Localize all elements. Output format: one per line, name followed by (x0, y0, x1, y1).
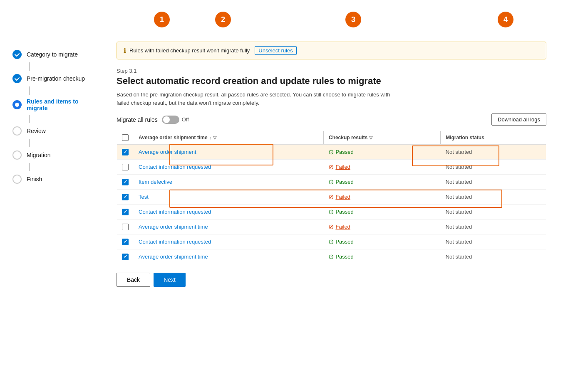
sidebar-item-migration[interactable]: Migration (12, 150, 100, 160)
toolbar-row: Migrate all rules Off Download all logs (117, 113, 546, 126)
migration-status-cell: Not started (441, 219, 546, 234)
rule-name[interactable]: Average order shipment time (139, 254, 208, 260)
th-name: Average order shipment time ↑ ▽ (134, 131, 323, 145)
migration-status-cell: Not started (441, 190, 546, 205)
passed-icon: ⊙ (328, 178, 334, 186)
sidebar-label-finish: Finish (27, 176, 42, 182)
rule-name[interactable]: Contact information requested (139, 209, 211, 215)
row-checkbox[interactable] (122, 239, 129, 245)
failed-link[interactable]: Failed (335, 164, 350, 170)
unselect-rules-link[interactable]: Unselect rules (255, 46, 296, 55)
callout-1: 1 (154, 12, 170, 27)
sidebar-icon-active (12, 100, 22, 109)
back-button[interactable]: Back (117, 273, 150, 287)
migration-status-cell: Not started (441, 145, 546, 160)
failed-icon: ⊘ (328, 193, 334, 201)
passed-icon: ⊙ (328, 148, 334, 156)
table-row: Contact information requested⊘ FailedNot… (117, 160, 546, 175)
status-failed: ⊘ Failed (328, 163, 435, 171)
sidebar-item-finish[interactable]: Finish (12, 175, 100, 184)
sidebar-label-premigration: Pre-migration checkup (27, 75, 85, 82)
failed-icon: ⊘ (328, 163, 334, 171)
warning-banner: ℹ Rules with failed checkup result won't… (117, 42, 546, 59)
rule-name[interactable]: Item defective (139, 179, 172, 185)
toggle-track[interactable] (162, 116, 179, 124)
migration-status-cell: Not started (441, 175, 546, 190)
rule-name[interactable]: Average order shipment time (139, 224, 208, 230)
table-row: Average order shipment time⊘ FailedNot s… (117, 219, 546, 234)
sidebar-label-category: Category to migrate (27, 51, 78, 58)
sidebar-item-rules[interactable]: Rules and items to migrate (12, 98, 100, 111)
failed-link[interactable]: Failed (335, 194, 350, 200)
table-row: Contact information requested⊙ PassedNot… (117, 205, 546, 219)
rule-name[interactable]: Average order shipment (139, 149, 196, 155)
sidebar-item-premigration[interactable]: Pre-migration checkup (12, 74, 100, 83)
status-passed: ⊙ Passed (328, 208, 435, 216)
callout-3: 3 (345, 12, 361, 27)
main-content: ℹ Rules with failed checkup result won't… (108, 0, 563, 392)
filter-icon-name[interactable]: ▽ (213, 135, 216, 141)
sidebar: Category to migrate Pre-migration checku… (0, 0, 108, 392)
download-all-logs-button[interactable]: Download all logs (491, 113, 546, 126)
toggle-switch[interactable]: Off (162, 116, 189, 124)
migration-status-cell: Not started (441, 234, 546, 249)
table-row: Contact information requested⊙ PassedNot… (117, 234, 546, 249)
passed-icon: ⊙ (328, 253, 334, 261)
table-row: Average order shipment⊙ PassedNot starte… (117, 145, 546, 160)
step-description: Based on the pre-migration checkup resul… (117, 91, 399, 107)
status-passed: ⊙ Passed (328, 148, 435, 156)
sidebar-icon-inactive-review (12, 126, 22, 136)
table-row: Item defective⊙ PassedNot started (117, 175, 546, 190)
footer-buttons: Back Next (117, 273, 546, 287)
row-checkbox[interactable] (122, 224, 129, 230)
row-checkbox[interactable] (122, 164, 129, 170)
next-button[interactable]: Next (154, 273, 186, 287)
rule-name[interactable]: Contact information requested (139, 164, 211, 170)
row-checkbox[interactable] (122, 149, 129, 155)
rule-name[interactable]: Test (139, 194, 149, 200)
callout-2: 2 (215, 12, 231, 27)
failed-icon: ⊘ (328, 223, 334, 231)
filter-icon-checkup[interactable]: ▽ (369, 135, 372, 141)
sidebar-icon-completed (12, 50, 22, 59)
toggle-thumb (163, 116, 170, 123)
rule-name[interactable]: Contact information requested (139, 239, 211, 245)
sidebar-label-rules: Rules and items to migrate (27, 98, 100, 111)
step-title: Select automatic record creation and upd… (117, 76, 546, 86)
failed-link[interactable]: Failed (335, 224, 350, 230)
sidebar-label-review: Review (27, 128, 46, 134)
sort-icon[interactable]: ↑ (209, 135, 212, 140)
migration-status-cell: Not started (441, 205, 546, 219)
status-passed: ⊙ Passed (328, 178, 435, 186)
th-checkbox (117, 131, 134, 145)
migrate-all-row: Migrate all rules Off (117, 116, 189, 124)
passed-icon: ⊙ (328, 208, 334, 216)
rules-table: Average order shipment time ↑ ▽ Checkup … (117, 131, 546, 264)
warning-text: Rules with failed checkup result won't m… (129, 47, 250, 54)
info-icon: ℹ (124, 47, 126, 54)
table-row: Average order shipment time⊙ PassedNot s… (117, 249, 546, 264)
migrate-all-label: Migrate all rules (117, 116, 158, 123)
toggle-label: Off (182, 116, 189, 123)
sidebar-icon-inactive-finish (12, 175, 22, 184)
callout-4: 4 (498, 12, 513, 27)
status-passed: ⊙ Passed (328, 238, 435, 246)
table-row: Test⊘ FailedNot started (117, 190, 546, 205)
row-checkbox[interactable] (122, 254, 129, 260)
row-checkbox[interactable] (122, 194, 129, 200)
row-checkbox[interactable] (122, 209, 129, 215)
sidebar-item-category[interactable]: Category to migrate (12, 50, 100, 59)
status-failed: ⊘ Failed (328, 223, 435, 231)
step-label: Step 3.1 (117, 68, 546, 74)
th-migration: Migration status (441, 131, 546, 145)
row-checkbox[interactable] (122, 179, 129, 185)
migration-status-cell: Not started (441, 160, 546, 175)
passed-icon: ⊙ (328, 238, 334, 246)
th-checkup: Checkup results ▽ (323, 131, 440, 145)
sidebar-item-review[interactable]: Review (12, 126, 100, 136)
sidebar-icon-inactive-migration (12, 150, 22, 160)
sidebar-label-migration: Migration (27, 152, 51, 158)
status-passed: ⊙ Passed (328, 253, 435, 261)
header-checkbox[interactable] (122, 134, 129, 141)
sidebar-icon-completed-2 (12, 74, 22, 83)
